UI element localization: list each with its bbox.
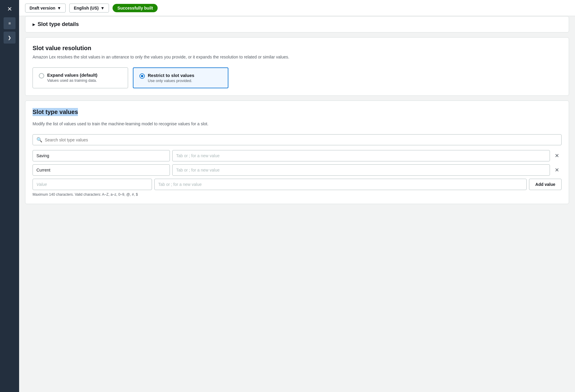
draft-dropdown-chevron: ▼	[57, 6, 61, 10]
remove-saving-button[interactable]: ✕	[552, 151, 562, 160]
resolution-description: Amazon Lex resolves the slot values in a…	[33, 54, 562, 60]
language-dropdown-chevron: ▼	[100, 6, 104, 10]
expand-radio[interactable]	[39, 73, 44, 78]
search-box: 🔍	[33, 134, 562, 145]
restrict-option-sublabel: Use only values provided.	[148, 78, 194, 83]
expand-values-option[interactable]: Expand values (default) Values used as t…	[33, 67, 128, 88]
resolution-options: Expand values (default) Values used as t…	[33, 67, 562, 88]
draft-version-label: Draft version	[30, 6, 55, 10]
sidebar-icon-1[interactable]: ≡	[4, 17, 16, 29]
synonym-input-saving[interactable]	[172, 150, 550, 161]
slot-type-values-title: Slot type values	[33, 108, 78, 116]
value-input-current[interactable]	[33, 164, 170, 176]
restrict-values-option[interactable]: Restrict to slot values Use only values …	[133, 67, 228, 88]
add-value-row: Add value	[33, 179, 562, 190]
slot-type-details-card: ▶ Slot type details	[25, 16, 569, 33]
restrict-text-group: Restrict to slot values Use only values …	[148, 73, 194, 83]
build-status-badge: Successfully built	[113, 4, 158, 12]
language-dropdown[interactable]: English (US) ▼	[69, 4, 109, 13]
slot-type-details-header[interactable]: ▶ Slot type details	[25, 16, 569, 32]
slot-type-details-title: Slot type details	[38, 21, 79, 27]
add-synonym-input[interactable]	[154, 179, 527, 190]
restrict-option-label: Restrict to slot values	[148, 73, 194, 78]
table-row: ✕	[33, 164, 562, 176]
draft-version-dropdown[interactable]: Draft version ▼	[25, 4, 66, 13]
remove-current-button[interactable]: ✕	[552, 166, 562, 175]
search-icon: 🔍	[36, 137, 42, 143]
page-body: ▶ Slot type details Slot value resolutio…	[19, 16, 575, 392]
expand-option-label: Expand values (default)	[47, 72, 97, 78]
main-content: Draft version ▼ English (US) ▼ Successfu…	[19, 0, 575, 392]
slot-type-values-description: Modify the list of values used to train …	[33, 121, 562, 127]
close-icon[interactable]: ✕	[0, 3, 19, 15]
top-bar: Draft version ▼ English (US) ▼ Successfu…	[19, 0, 575, 16]
resolution-title: Slot value resolution	[33, 45, 562, 52]
slot-value-resolution-section: Slot value resolution Amazon Lex resolve…	[25, 37, 569, 96]
restrict-radio[interactable]	[139, 73, 145, 79]
language-label: English (US)	[74, 6, 99, 10]
value-input-saving[interactable]	[33, 150, 170, 161]
sidebar-icon-2[interactable]: ❯	[4, 32, 16, 44]
add-value-button[interactable]: Add value	[529, 179, 562, 190]
synonym-input-current[interactable]	[172, 164, 550, 176]
search-input[interactable]	[45, 138, 558, 142]
slot-type-values-section: Slot type values Modify the list of valu…	[25, 101, 569, 204]
slot-details-chevron-icon: ▶	[33, 22, 35, 27]
add-value-input[interactable]	[33, 179, 152, 190]
table-row: ✕	[33, 150, 562, 161]
expand-option-sublabel: Values used as training data.	[47, 78, 97, 83]
sidebar: ✕ ≡ ❯	[0, 0, 19, 392]
char-hint: Maximum 140 characters. Valid characters…	[33, 192, 562, 197]
expand-text-group: Expand values (default) Values used as t…	[47, 72, 97, 83]
value-rows-container: ✕ ✕	[33, 150, 562, 176]
